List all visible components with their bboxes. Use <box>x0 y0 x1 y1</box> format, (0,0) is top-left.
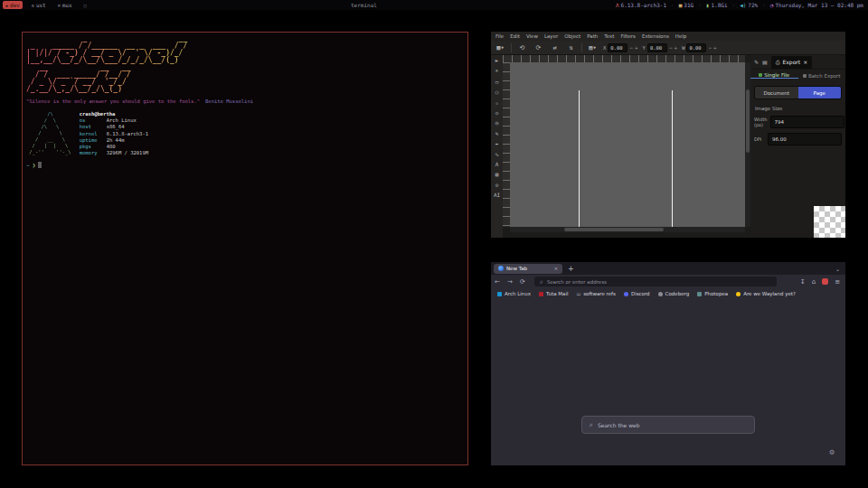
bookmarks-bar: Arch Linux Tuta Mail ▭software refs Disc… <box>491 288 845 299</box>
reload-button[interactable]: ⟳ <box>516 278 529 286</box>
workspace-tag-ust[interactable]: ⊙ ust <box>29 1 49 9</box>
box3d-tool-icon[interactable]: ◇ <box>495 109 499 116</box>
tab-close-icon[interactable]: × <box>553 266 558 271</box>
export-dpi-row: DPI <box>754 133 842 145</box>
tuta-favicon <box>539 292 543 296</box>
vertical-ruler[interactable] <box>503 62 510 227</box>
menu-path[interactable]: Path <box>587 33 598 39</box>
w-increment-button[interactable]: + <box>713 44 717 51</box>
menu-layer[interactable]: Layer <box>544 33 558 39</box>
dropper-tool-icon[interactable]: ⊙ <box>495 182 499 188</box>
workspace-tag-label: dev <box>10 2 20 8</box>
forward-button[interactable]: → <box>504 278 516 286</box>
download-icon[interactable]: ↧ <box>800 278 806 286</box>
ai-tool-icon[interactable]: AI <box>494 192 500 198</box>
inkscape-canvas[interactable] <box>510 62 745 227</box>
x-increment-button[interactable]: + <box>635 44 638 51</box>
page-scope-button[interactable]: Page <box>798 87 842 99</box>
close-icon[interactable]: × <box>803 59 807 65</box>
scrollbar-thumb[interactable] <box>746 89 750 153</box>
back-button[interactable]: ← <box>491 278 504 286</box>
list-tabs-chevron-icon[interactable]: ⌄ <box>835 266 840 272</box>
search-icon: ⌕ <box>590 421 593 428</box>
layers-dialog-icon[interactable]: ▤ <box>762 59 768 65</box>
bookmark-codeberg[interactable]: Codeberg <box>658 291 690 296</box>
document-scope-button[interactable]: Document <box>755 87 798 99</box>
spiral-tool-icon[interactable]: ◎ <box>495 119 499 126</box>
menu-object[interactable]: Object <box>564 33 580 39</box>
w-input[interactable] <box>686 43 706 52</box>
nav-right-icons: ↧ ⌂ ≡ <box>800 278 845 286</box>
export-dpi-input[interactable] <box>768 133 842 145</box>
canvas-horizontal-scrollbar[interactable] <box>510 227 745 232</box>
bookmark-discord[interactable]: Discord <box>624 291 650 296</box>
w-decrement-button[interactable]: − <box>708 44 712 51</box>
bookmark-folder-software-refs[interactable]: ▭software refs <box>576 291 615 296</box>
arch-favicon <box>497 292 502 296</box>
export-dialog-tab[interactable]: ⎙ Export × <box>771 56 812 69</box>
menu-view[interactable]: View <box>526 33 538 39</box>
flip-vertical-icon[interactable]: ⇅ <box>565 44 577 52</box>
inkscape-tool-options-bar: ▦▾ ⟲ ⟳ ⇄ ⇅ ▤▾ X − + Y − + W − <box>491 41 845 55</box>
single-file-tab[interactable]: Single File <box>750 72 798 79</box>
bookmark-photopea[interactable]: Photopea <box>697 291 728 296</box>
volume-level: 72% <box>748 2 758 8</box>
personalize-gear-icon[interactable]: ⚙ <box>830 447 835 456</box>
image-size-heading: Image Size <box>755 106 845 111</box>
menu-extensions[interactable]: Extensions <box>642 33 669 39</box>
export-panel: ✎ ▤ ⎙ Export × Single File Batch Export … <box>750 55 845 238</box>
menu-filters[interactable]: Filters <box>620 33 636 39</box>
star-tool-icon[interactable]: ☆ <box>495 99 499 106</box>
x-decrement-button[interactable]: − <box>629 44 633 51</box>
align-icon[interactable]: ▤▾ <box>587 44 599 52</box>
menu-help[interactable]: Help <box>675 33 687 39</box>
gradient-tool-icon[interactable]: ▧ <box>495 171 499 177</box>
window-icon: ▢ <box>84 3 87 8</box>
terminal-window[interactable]: _ __ _ _____ / /______ __ _ ___ / / | |/… <box>22 32 468 465</box>
calligraphy-tool-icon[interactable]: ∿ <box>495 151 499 157</box>
home-icon[interactable]: ⌂ <box>812 278 816 286</box>
x-coordinate-field: X − + <box>603 43 638 52</box>
address-bar[interactable]: ⌕ Search or enter address <box>534 277 777 286</box>
selection-mode-icon[interactable]: ▦▾ <box>495 44 506 52</box>
node-editor-tool-icon[interactable]: ⌖ <box>495 67 498 74</box>
y-decrement-button[interactable]: − <box>669 44 673 51</box>
pen-tool-icon[interactable]: ✒ <box>495 140 499 146</box>
ublock-shield-icon[interactable] <box>822 278 828 285</box>
active-tab[interactable]: New Tab × <box>494 264 562 274</box>
ellipse-tool-icon[interactable]: ○ <box>495 89 499 95</box>
export-width-input[interactable] <box>770 116 844 128</box>
shell-prompt[interactable]: ~ ❯ <box>26 162 464 168</box>
bookmark-arch-linux[interactable]: Arch Linux <box>497 291 531 296</box>
bookmark-are-we-wayland-yet[interactable]: Are we Wayland yet? <box>736 291 796 296</box>
y-input[interactable] <box>647 43 667 52</box>
fill-stroke-dialog-icon[interactable]: ✎ <box>754 59 759 65</box>
date-time: Thursday, Mar 13 — 02:48 pm <box>775 2 863 8</box>
menu-edit[interactable]: Edit <box>510 33 520 39</box>
workspace-tag-mux[interactable]: ⌘ mux <box>55 1 75 9</box>
menu-file[interactable]: File <box>495 33 504 39</box>
x-input[interactable] <box>608 43 627 52</box>
new-tab-button[interactable]: + <box>568 265 574 273</box>
export-width-row: Width (px) <box>754 116 842 128</box>
folder-icon: ▭ <box>576 291 580 296</box>
menu-icon[interactable]: ≡ <box>835 278 840 286</box>
clock-icon: ◔ <box>770 2 774 8</box>
rectangle-tool-icon[interactable]: ▭ <box>495 79 499 85</box>
workspace-tag-dev[interactable]: ◈ dev <box>3 1 23 9</box>
flip-horizontal-icon[interactable]: ⇄ <box>549 44 561 52</box>
rotate-ccw-icon[interactable]: ⟲ <box>516 44 528 52</box>
web-search-box[interactable]: ⌕ Search the web <box>581 416 755 434</box>
inkscape-menubar: File Edit View Layer Object Path Text Fi… <box>491 32 845 41</box>
bookmark-tuta-mail[interactable]: Tuta Mail <box>539 291 568 296</box>
horizontal-ruler[interactable] <box>503 55 745 62</box>
y-increment-button[interactable]: + <box>675 44 678 51</box>
pencil-tool-icon[interactable]: ✎ <box>495 130 499 136</box>
menu-text[interactable]: Text <box>604 33 614 39</box>
layout-indicator[interactable]: ▢ <box>81 1 90 9</box>
batch-export-tab[interactable]: Batch Export <box>798 73 846 79</box>
scrollbar-thumb[interactable] <box>564 228 664 231</box>
text-tool-icon[interactable]: A <box>495 161 499 167</box>
rotate-cw-icon[interactable]: ⟳ <box>533 44 544 52</box>
selector-tool-icon[interactable]: ► <box>495 57 499 63</box>
